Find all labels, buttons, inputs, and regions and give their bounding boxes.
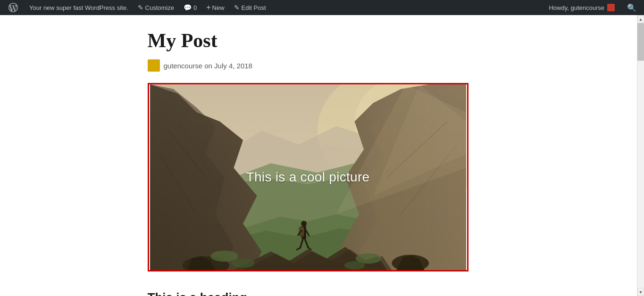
plus-icon: +: [206, 3, 210, 12]
author-avatar: [148, 59, 160, 72]
cover-caption: This is a cool picture: [246, 170, 370, 185]
post-heading: This is a heading: [148, 290, 497, 296]
scroll-up-icon: ▲: [639, 17, 643, 22]
scrollbar-thumb[interactable]: [637, 23, 644, 61]
site-name-label: Your new super fast WordPress site.: [29, 4, 128, 11]
search-button[interactable]: 🔍: [623, 3, 640, 12]
customize-label: Customize: [145, 4, 174, 11]
post-title: My Post: [148, 29, 497, 52]
comment-icon: 💬: [184, 4, 192, 11]
new-button[interactable]: + New: [201, 0, 229, 15]
search-icon: 🔍: [627, 4, 636, 12]
wp-logo-button[interactable]: [4, 0, 25, 15]
edit-post-label: Edit Post: [242, 4, 266, 11]
post-meta-text: gutencourse on July 4, 2018: [164, 62, 252, 70]
customize-icon: ✎: [138, 4, 143, 11]
scroll-down-button[interactable]: ▼: [637, 288, 644, 296]
howdy-button[interactable]: Howdy, gutencourse: [544, 0, 619, 15]
post-meta: gutencourse on July 4, 2018: [148, 59, 497, 72]
scroll-down-icon: ▼: [639, 290, 643, 295]
scroll-up-button[interactable]: ▲: [637, 15, 644, 23]
howdy-label: Howdy, gutencourse: [549, 4, 604, 11]
customize-button[interactable]: ✎ Customize: [133, 0, 179, 15]
new-label: New: [212, 4, 225, 11]
admin-bar: Your new super fast WordPress site. ✎ Cu…: [0, 0, 644, 15]
comments-count: 0: [193, 4, 197, 11]
page-content: My Post gutencourse on July 4, 2018: [138, 15, 506, 296]
user-avatar: [607, 4, 615, 11]
edit-post-button[interactable]: ✎ Edit Post: [229, 0, 271, 15]
cover-image-block: This is a cool picture: [148, 83, 468, 271]
scrollbar: ▲ ▼: [637, 15, 644, 296]
comments-button[interactable]: 💬 0: [179, 0, 201, 15]
site-name-button[interactable]: Your new super fast WordPress site.: [25, 0, 133, 15]
edit-icon: ✎: [234, 4, 240, 11]
